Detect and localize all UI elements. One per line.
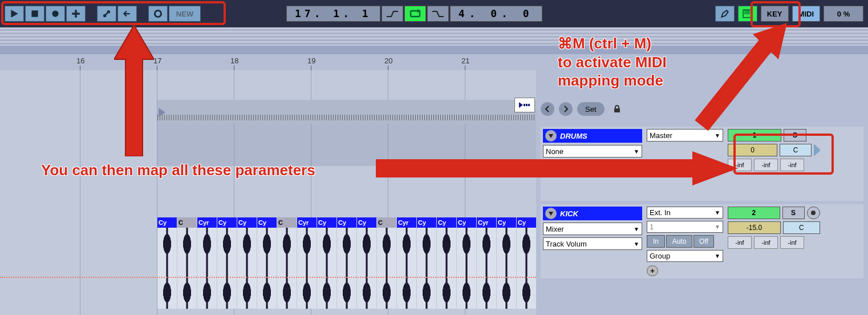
loop-length[interactable]: 4. 0. 0 — [450, 6, 542, 22]
clip-waveform — [257, 228, 277, 309]
set-navigator[interactable]: Set — [577, 102, 605, 116]
overdub-button[interactable] — [66, 6, 86, 22]
fold-button[interactable] — [545, 208, 557, 219]
kick-activator[interactable]: 2 — [728, 207, 780, 219]
audio-clip[interactable]: Cy — [457, 217, 476, 309]
automation-arm-button[interactable] — [97, 6, 116, 22]
audio-clip[interactable]: Cy — [257, 217, 277, 309]
drums-overview-lane — [157, 122, 536, 166]
loop-start-marker[interactable] — [159, 108, 167, 117]
clip-waveform — [397, 228, 416, 309]
kick-mixer-select[interactable]: Mixer▼ — [543, 223, 642, 235]
drums-output-select[interactable]: Master▼ — [647, 129, 723, 142]
clip-waveform — [237, 228, 257, 309]
audio-clip[interactable]: Cy — [517, 217, 536, 309]
kick-arm-button[interactable] — [807, 207, 820, 219]
punch-out-button[interactable] — [427, 6, 449, 22]
drums-meter-icon — [814, 144, 820, 156]
key-map-button[interactable]: KEY — [761, 6, 789, 22]
add-lane-button[interactable]: + — [647, 265, 658, 276]
drums-inf-3[interactable]: -inf — [780, 159, 804, 171]
drums-clip-lane[interactable] — [157, 100, 536, 124]
drums-solo-button[interactable]: S — [784, 129, 806, 142]
transport-capture: NEW — [148, 6, 201, 22]
kick-input-channel-select[interactable]: 1▼ — [647, 221, 723, 233]
kick-inf-1[interactable]: -inf — [728, 236, 752, 249]
drums-activator[interactable]: 1 — [728, 129, 781, 142]
clip-label: Cy — [497, 217, 516, 228]
audio-clip[interactable]: Cy — [357, 217, 376, 309]
nav-back-button[interactable] — [541, 102, 554, 116]
kick-inf-2[interactable]: -inf — [754, 236, 778, 249]
audio-clip[interactable]: Cy — [217, 217, 237, 309]
audio-clip[interactable]: Cyr — [397, 217, 416, 309]
lock-icon[interactable] — [609, 102, 625, 116]
audio-clip[interactable]: Cy — [417, 217, 436, 309]
svg-rect-15 — [614, 108, 620, 112]
drums-none-select[interactable]: None▼ — [543, 145, 642, 158]
record-button[interactable] — [46, 6, 65, 22]
clip-label: Cy — [337, 217, 356, 228]
track-title-drums[interactable]: DRUMS — [543, 129, 642, 143]
ruler-number: 17 — [153, 56, 161, 65]
kick-clip-lane[interactable]: CyCCyrCyCyCyCCyrCyCyCyCCyrCyCyCyCyrCyCy — [157, 217, 536, 309]
clip-label: C — [177, 217, 197, 228]
svg-point-2 — [52, 10, 58, 17]
ruler-number: 18 — [230, 56, 238, 65]
mixer-panel: Set DRUMS None▼ Master▼ 1 S 0 C — [536, 98, 868, 315]
automation-line — [0, 277, 536, 278]
session-record-button[interactable] — [148, 6, 168, 22]
kick-group-select[interactable]: Group▼ — [647, 250, 723, 262]
stop-button[interactable] — [25, 6, 44, 22]
drums-send-a[interactable]: 0 — [728, 144, 777, 156]
arrangement-position[interactable]: 17. 1. 1 — [286, 6, 380, 22]
transport-automation — [97, 6, 137, 22]
audio-clip[interactable]: Cy — [317, 217, 336, 309]
kick-pan[interactable]: C — [783, 221, 820, 234]
ruler[interactable]: 161718192021 — [0, 54, 868, 70]
audio-clip[interactable]: Cy — [237, 217, 257, 309]
clip-label: Cyr — [477, 217, 496, 228]
fold-button[interactable] — [545, 130, 557, 142]
cpu-meter: 0 % — [824, 6, 863, 22]
monitor-auto-button[interactable]: Auto — [666, 235, 692, 248]
kick-volume[interactable]: -15.0 — [728, 221, 781, 234]
drums-inf-2[interactable]: -inf — [754, 159, 778, 171]
audio-clip[interactable]: Cy — [497, 217, 516, 309]
monitor-in-button[interactable]: In — [647, 235, 665, 248]
reenable-automation-button[interactable] — [117, 6, 137, 22]
midi-map-button[interactable]: MIDI — [792, 6, 820, 22]
play-button[interactable] — [5, 6, 24, 22]
nav-forward-button[interactable] — [559, 102, 573, 116]
audio-clip[interactable]: Cyr — [297, 217, 317, 309]
drums-inf-1[interactable]: -inf — [728, 159, 752, 171]
audio-clip[interactable]: Cy — [157, 217, 177, 309]
audio-clip[interactable]: C — [277, 217, 297, 309]
audio-clip[interactable]: C — [177, 217, 197, 309]
svg-point-19 — [811, 211, 816, 215]
monitor-off-button[interactable]: Off — [693, 235, 714, 248]
audio-clip[interactable]: Cy — [337, 217, 356, 309]
drums-empty-field[interactable] — [543, 160, 642, 172]
audio-clip[interactable]: Cyr — [197, 217, 217, 309]
kick-inf-3[interactable]: -inf — [780, 236, 804, 249]
kick-trackvolume-select[interactable]: Track Volum▼ — [543, 237, 642, 250]
follow-button[interactable] — [514, 98, 535, 112]
draw-mode-button[interactable] — [715, 6, 735, 22]
kick-solo-button[interactable]: S — [782, 207, 805, 219]
loop-button[interactable] — [404, 6, 426, 22]
clip-waveform — [517, 228, 536, 309]
computer-midi-keyboard-button[interactable] — [738, 6, 757, 22]
new-button[interactable]: NEW — [169, 6, 201, 22]
drums-pan[interactable]: C — [780, 144, 812, 156]
audio-clip[interactable]: C — [377, 217, 396, 309]
audio-clip[interactable]: Cy — [437, 217, 456, 309]
clip-label: Cyr — [197, 217, 217, 228]
arrangement-view[interactable]: CyCCyrCyCyCyCCyrCyCyCyCCyrCyCyCyCyrCyCy — [0, 70, 536, 315]
track-title-kick[interactable]: KICK — [543, 207, 642, 220]
punch-in-button[interactable] — [382, 6, 403, 22]
audio-clip[interactable]: Cyr — [477, 217, 496, 309]
clip-label: Cy — [257, 217, 277, 228]
kick-input-type-select[interactable]: Ext. In▼ — [647, 207, 723, 219]
clip-label: Cy — [517, 217, 536, 228]
